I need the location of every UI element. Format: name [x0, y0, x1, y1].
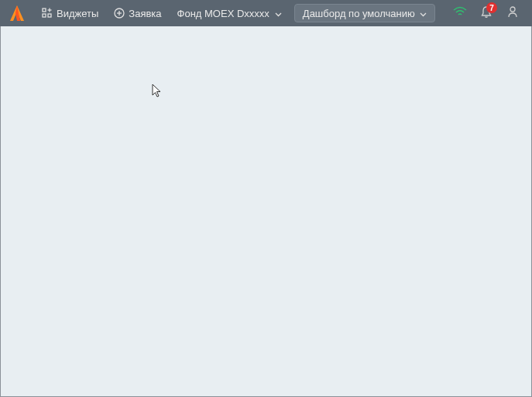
account-label: Фонд MOEX Dxxxxx — [177, 8, 269, 19]
chevron-down-icon — [275, 8, 282, 19]
notifications-badge: 7 — [486, 2, 497, 13]
plus-circle-icon — [114, 8, 125, 19]
widgets-label: Виджеты — [57, 8, 98, 19]
dashboard-content-area — [0, 26, 532, 397]
notifications-button[interactable]: 7 — [476, 3, 496, 23]
widgets-button[interactable]: Виджеты — [34, 0, 106, 26]
user-icon — [506, 5, 519, 21]
user-profile-button[interactable] — [503, 3, 523, 23]
wifi-icon — [453, 6, 467, 20]
svg-rect-0 — [43, 9, 46, 12]
connection-status-button[interactable] — [450, 3, 470, 23]
dashboard-selector[interactable]: Дашборд по умолчанию — [294, 4, 435, 22]
toolbar-right-group: 7 — [450, 3, 526, 23]
main-toolbar: Виджеты Заявка Фонд MOEX Dxxxxx Дашборд … — [0, 0, 532, 26]
svg-point-8 — [510, 7, 515, 12]
order-label: Заявка — [129, 8, 161, 19]
order-button[interactable]: Заявка — [106, 0, 169, 26]
account-selector[interactable]: Фонд MOEX Dxxxxx — [170, 0, 290, 26]
dashboard-label: Дашборд по умолчанию — [303, 8, 415, 19]
chevron-down-icon — [420, 8, 427, 19]
svg-rect-2 — [48, 14, 51, 17]
app-logo[interactable] — [6, 2, 28, 24]
svg-rect-1 — [43, 14, 46, 17]
widgets-icon — [42, 8, 53, 19]
